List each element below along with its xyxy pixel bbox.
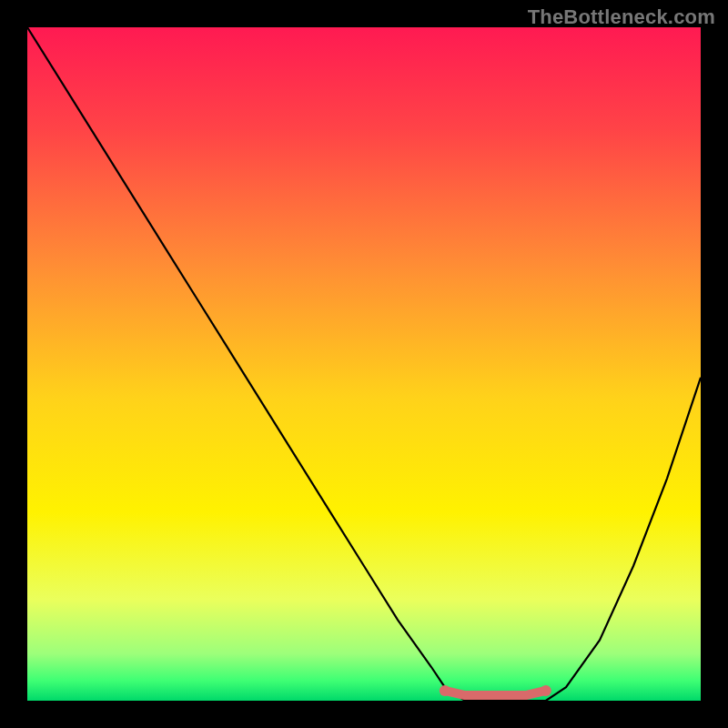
watermark-text: TheBottleneck.com: [528, 5, 715, 29]
marker-dot-start: [440, 685, 450, 696]
chart-frame: TheBottleneck.com: [0, 0, 728, 728]
gradient-background: [27, 27, 701, 701]
optimal-range-marker: [445, 691, 546, 695]
marker-dot-end: [541, 685, 551, 696]
chart-svg: [27, 27, 701, 701]
plot-area: [27, 27, 701, 701]
